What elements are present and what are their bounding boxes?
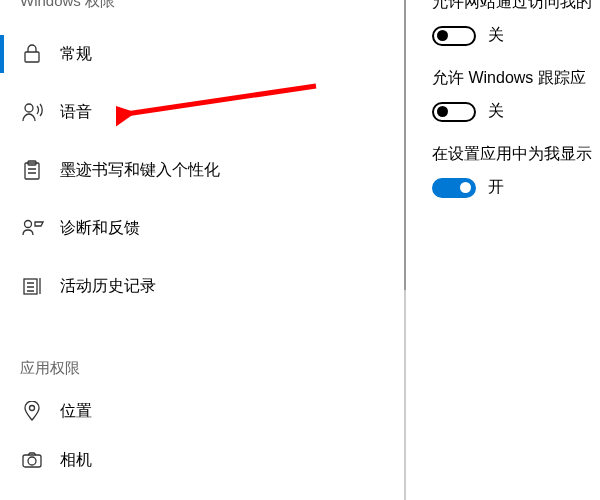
sidebar-section-windows-permissions: Windows 权限 — [0, 0, 406, 25]
lock-icon — [22, 44, 42, 64]
svg-point-8 — [28, 457, 36, 465]
sidebar-item-camera[interactable]: 相机 — [0, 440, 406, 480]
option-suggested-content: 在设置应用中为我显示 开 — [432, 144, 600, 198]
option-app-launch-tracking: 允许 Windows 跟踪应 关 — [432, 68, 600, 122]
settings-window: Windows 权限 常规 语音 墨迹书写和键入个性化 诊断和反馈 — [0, 0, 600, 500]
option-website-language: 允许网站通过访问我的 关 — [432, 0, 600, 46]
sidebar: Windows 权限 常规 语音 墨迹书写和键入个性化 诊断和反馈 — [0, 0, 406, 500]
sidebar-item-feedback[interactable]: 诊断和反馈 — [0, 199, 406, 257]
option-label: 允许网站通过访问我的 — [432, 0, 600, 13]
svg-point-1 — [25, 104, 33, 112]
svg-point-6 — [30, 406, 35, 411]
sidebar-item-label: 活动历史记录 — [60, 276, 156, 297]
toggle-app-launch-tracking[interactable] — [432, 102, 476, 122]
feedback-icon — [22, 218, 42, 238]
sidebar-item-label: 诊断和反馈 — [60, 218, 140, 239]
toggle-state-label: 关 — [488, 101, 504, 122]
main-panel: 允许网站通过访问我的 关 允许 Windows 跟踪应 关 在设置应用中为我显示… — [406, 0, 600, 500]
location-icon — [22, 401, 42, 421]
speech-icon — [22, 102, 42, 122]
sidebar-item-label: 语音 — [60, 102, 92, 123]
sidebar-item-inking[interactable]: 墨迹书写和键入个性化 — [0, 141, 406, 199]
sidebar-section-app-permissions: 应用权限 — [0, 315, 406, 382]
toggle-suggested-content[interactable] — [432, 178, 476, 198]
sidebar-item-label: 位置 — [60, 401, 92, 422]
svg-rect-0 — [25, 52, 39, 62]
toggle-state-label: 开 — [488, 177, 504, 198]
sidebar-item-general[interactable]: 常规 — [0, 25, 406, 83]
option-label: 在设置应用中为我显示 — [432, 144, 600, 165]
toggle-website-language[interactable] — [432, 26, 476, 46]
sidebar-item-label: 常规 — [60, 44, 92, 65]
camera-icon — [22, 452, 42, 468]
option-label: 允许 Windows 跟踪应 — [432, 68, 600, 89]
clipboard-icon — [22, 160, 42, 180]
sidebar-item-activity-history[interactable]: 活动历史记录 — [0, 257, 406, 315]
history-icon — [22, 276, 42, 296]
sidebar-item-label: 墨迹书写和键入个性化 — [60, 160, 220, 181]
sidebar-item-speech[interactable]: 语音 — [0, 83, 406, 141]
sidebar-item-label: 相机 — [60, 450, 92, 471]
toggle-state-label: 关 — [488, 25, 504, 46]
sidebar-item-location[interactable]: 位置 — [0, 382, 406, 440]
svg-point-4 — [25, 221, 32, 228]
